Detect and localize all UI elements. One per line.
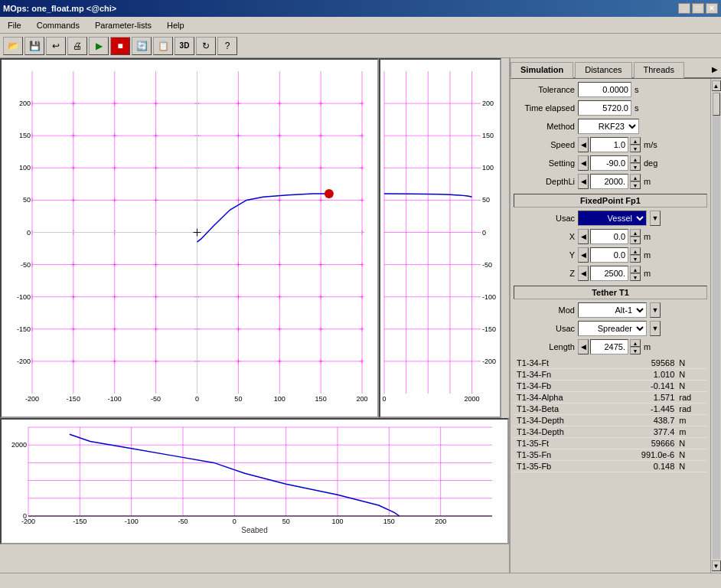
x-left-arrow[interactable]: ◀ — [578, 229, 589, 244]
row-unit: N — [677, 381, 707, 392]
row-unit: rad — [677, 403, 707, 415]
z-spinner[interactable]: ▲ ▼ — [630, 266, 641, 281]
menu-help[interactable]: Help — [162, 19, 189, 31]
method-select[interactable]: RKF23 Euler RK4 — [578, 119, 639, 134]
y-up[interactable]: ▲ — [630, 247, 641, 255]
z-up[interactable]: ▲ — [630, 266, 641, 273]
menu-bar: File Commands Parameter-lists Help — [0, 17, 721, 34]
y-input[interactable] — [590, 247, 628, 263]
depth-up[interactable]: ▲ — [630, 174, 641, 181]
tab-scroll-right[interactable]: ▶ — [709, 63, 721, 76]
tab-threads[interactable]: Threads — [634, 62, 684, 78]
z-row: Z ◀ ▲ ▼ m — [514, 266, 707, 281]
save-button[interactable]: 💾 — [24, 37, 44, 55]
minimize-button[interactable]: _ — [678, 3, 690, 14]
y-left-arrow[interactable]: ◀ — [578, 247, 589, 263]
maximize-button[interactable]: □ — [692, 3, 704, 14]
table-row: T1-34-Depth 438.7 m — [514, 415, 707, 426]
row-value: 59666 — [608, 438, 677, 449]
speed-up[interactable]: ▲ — [630, 137, 641, 145]
length-input[interactable] — [590, 339, 628, 354]
tab-simulation[interactable]: Simulation — [511, 62, 573, 78]
setting-input[interactable] — [590, 155, 628, 171]
panel-scrollbar[interactable]: ▲ ▼ — [710, 79, 721, 573]
close-button[interactable]: ✕ — [706, 3, 718, 14]
depth-left-arrow[interactable]: ◀ — [578, 174, 589, 189]
setting-left-arrow[interactable]: ◀ — [578, 155, 589, 171]
z-down[interactable]: ▼ — [630, 273, 641, 281]
table-row: T1-34-Alpha 1.571 rad — [514, 392, 707, 403]
row-name: T1-35-Fn — [514, 449, 608, 461]
x-down[interactable]: ▼ — [630, 237, 641, 244]
menu-file[interactable]: File — [3, 19, 26, 31]
speed-input[interactable] — [590, 137, 628, 152]
time-elapsed-input[interactable] — [578, 100, 631, 116]
tether-usage-dropdown-arrow[interactable]: ▼ — [650, 321, 661, 336]
depth-down[interactable]: ▼ — [630, 181, 641, 189]
y-spinner[interactable]: ▲ ▼ — [630, 247, 641, 263]
row-unit: N — [677, 461, 707, 472]
z-unit: m — [644, 269, 663, 278]
setting-row: Setting ◀ ▲ ▼ deg — [514, 155, 707, 171]
undo-button[interactable]: ↩ — [46, 37, 66, 55]
print-button[interactable]: 🖨 — [67, 37, 87, 55]
rotate-button[interactable]: ↻ — [196, 37, 216, 55]
z-left-arrow[interactable]: ◀ — [578, 266, 589, 281]
mode-select[interactable]: Alt-1 Alt-2 Alt-3 — [578, 302, 647, 318]
y-down[interactable]: ▼ — [630, 255, 641, 263]
title-bar: MOps: one_float.mp <@chi> _ □ ✕ — [0, 0, 721, 17]
usage-select[interactable]: Vessel Anchor Fixed — [578, 211, 647, 226]
run-button[interactable]: ▶ — [89, 37, 109, 55]
side-plot[interactable] — [379, 58, 501, 418]
x-label: X — [514, 232, 575, 241]
method-row: Method RKF23 Euler RK4 — [514, 119, 707, 134]
length-up[interactable]: ▲ — [630, 339, 641, 347]
copy-button[interactable]: 📋 — [153, 37, 173, 55]
usage-dropdown-arrow[interactable]: ▼ — [650, 211, 661, 226]
help-button[interactable]: ? — [217, 37, 237, 55]
3d-button[interactable]: 3D — [175, 37, 194, 55]
window-controls[interactable]: _ □ ✕ — [678, 3, 718, 14]
main-plot[interactable] — [0, 58, 379, 418]
tolerance-input[interactable] — [578, 82, 631, 97]
depth-row: DepthLi ◀ ▲ ▼ m — [514, 174, 707, 189]
tether-usage-select[interactable]: Spreader Direct None — [578, 321, 647, 336]
depth-spinner[interactable]: ▲ ▼ — [630, 174, 641, 189]
stop-button[interactable]: ■ — [110, 37, 130, 55]
speed-left-arrow[interactable]: ◀ — [578, 137, 589, 152]
z-input[interactable] — [590, 266, 628, 281]
x-input[interactable] — [590, 229, 628, 244]
scroll-down-button[interactable]: ▼ — [712, 560, 721, 571]
x-spinner[interactable]: ▲ ▼ — [630, 229, 641, 244]
row-name: T1-34-Fb — [514, 381, 608, 392]
tether-header: Tether T1 — [514, 286, 707, 299]
tolerance-unit: s — [635, 85, 654, 94]
bottom-plot[interactable] — [0, 418, 509, 544]
length-down[interactable]: ▼ — [630, 347, 641, 354]
refresh-button[interactable]: 🔄 — [132, 37, 152, 55]
table-row: T1-35-Ft 59666 N — [514, 438, 707, 449]
tab-bar: Simulation Distances Threads ▶ — [511, 58, 721, 79]
length-spinner[interactable]: ▲ ▼ — [630, 339, 641, 354]
scroll-thumb[interactable] — [713, 93, 720, 116]
length-left-arrow[interactable]: ◀ — [578, 339, 589, 354]
menu-parameter-lists[interactable]: Parameter-lists — [90, 19, 156, 31]
x-row: X ◀ ▲ ▼ m — [514, 229, 707, 244]
setting-down[interactable]: ▼ — [630, 163, 641, 171]
tab-distances[interactable]: Distances — [575, 62, 631, 78]
speed-spinner[interactable]: ▲ ▼ — [630, 137, 641, 152]
x-up[interactable]: ▲ — [630, 229, 641, 237]
panel-content: Tolerance s Time elapsed s Method RKF23 — [511, 79, 710, 573]
speed-unit: m/s — [644, 140, 663, 149]
scroll-up-button[interactable]: ▲ — [712, 80, 721, 91]
depth-input[interactable] — [590, 174, 628, 189]
setting-spinner[interactable]: ▲ ▼ — [630, 155, 641, 171]
row-value: 377.4 — [608, 426, 677, 438]
setting-up[interactable]: ▲ — [630, 155, 641, 163]
speed-down[interactable]: ▼ — [630, 145, 641, 152]
open-button[interactable]: 📂 — [3, 37, 23, 55]
x-unit: m — [644, 232, 663, 241]
y-unit: m — [644, 250, 663, 260]
menu-commands[interactable]: Commands — [32, 19, 84, 31]
mode-dropdown-arrow[interactable]: ▼ — [650, 302, 661, 318]
